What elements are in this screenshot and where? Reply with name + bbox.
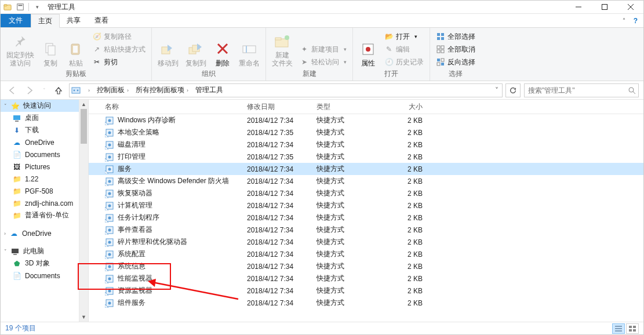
col-name[interactable]: 名称 bbox=[101, 102, 243, 112]
nav-documents-qa[interactable]: 📄Documents bbox=[1, 148, 88, 161]
svg-rect-28 bbox=[437, 46, 440, 49]
list-item[interactable]: 任务计划程序2018/4/12 7:34快捷方式2 KB bbox=[89, 212, 643, 224]
invert-selection-button[interactable]: 反向选择 bbox=[434, 56, 478, 68]
nav-recent-button[interactable]: ˅ bbox=[40, 83, 48, 97]
nav-onedrive-root[interactable]: ›☁OneDrive bbox=[1, 227, 88, 239]
nav-back-button[interactable] bbox=[5, 83, 19, 97]
list-item[interactable]: 恢复驱动器2018/4/12 7:34快捷方式2 KB bbox=[89, 187, 643, 199]
crumb-root-chevron[interactable]: › bbox=[82, 84, 93, 97]
minimize-button[interactable] bbox=[565, 1, 591, 13]
nav-quick-access[interactable]: ˅ ⭐ 快速访问 bbox=[1, 100, 88, 112]
delete-button[interactable]: 删除 bbox=[211, 30, 234, 68]
ribbon-collapse-icon[interactable]: ˄ bbox=[623, 17, 625, 24]
nav-up-button[interactable] bbox=[52, 83, 66, 97]
select-all-button[interactable]: 全部选择 bbox=[434, 31, 478, 42]
svg-rect-44 bbox=[13, 254, 17, 255]
cut-button[interactable]: ✂剪切 bbox=[90, 56, 148, 68]
list-item[interactable]: Windows 内存诊断2018/4/12 7:34快捷方式2 KB bbox=[89, 114, 643, 126]
list-item[interactable]: 碎片整理和优化驱动器2018/4/12 7:34快捷方式2 KB bbox=[89, 236, 643, 248]
nav-scrollbar[interactable]: ▲ ▼ bbox=[79, 100, 88, 322]
paste-button[interactable]: 粘贴 bbox=[64, 30, 88, 68]
nav-folder-pgf508[interactable]: 📁PGF-508 bbox=[1, 185, 88, 197]
list-item[interactable]: 本地安全策略2018/4/12 7:35快捷方式2 KB bbox=[89, 126, 643, 139]
qat-dropdown-icon[interactable]: ▾ bbox=[32, 2, 42, 12]
copy-path-button[interactable]: 🧭复制路径 bbox=[90, 31, 148, 42]
open-button[interactable]: 📂打开▾ bbox=[382, 31, 426, 42]
help-icon[interactable]: ? bbox=[634, 17, 638, 25]
svg-rect-99 bbox=[633, 329, 636, 332]
item-type: 快捷方式 bbox=[313, 164, 377, 174]
nav-folder-122[interactable]: 📁1.22 bbox=[1, 173, 88, 185]
tab-view[interactable]: 查看 bbox=[88, 14, 115, 27]
paste-shortcut-button[interactable]: ↗粘贴快捷方式 bbox=[90, 43, 148, 55]
list-item[interactable]: 计算机管理2018/4/12 7:34快捷方式2 KB bbox=[89, 199, 643, 212]
nav-documents-pc[interactable]: 📄Documents bbox=[1, 270, 88, 282]
edit-button[interactable]: ✎编辑 bbox=[382, 43, 426, 55]
nav-onedrive-qa[interactable]: ☁OneDrive bbox=[1, 136, 88, 148]
copy-to-button[interactable]: 复制到 bbox=[183, 30, 209, 68]
scroll-thumb[interactable] bbox=[81, 109, 87, 144]
close-button[interactable] bbox=[617, 1, 643, 13]
crumb-admin-tools[interactable]: 管理工具 bbox=[192, 84, 227, 97]
list-item[interactable]: 打印管理2018/4/12 7:35快捷方式2 KB bbox=[89, 151, 643, 163]
properties-button[interactable]: 属性 bbox=[356, 30, 380, 68]
item-name: 系统信息 bbox=[118, 261, 240, 271]
col-date[interactable]: 修改日期 bbox=[243, 102, 313, 112]
nav-folder-ptsf[interactable]: 📁普通省份-单位 bbox=[1, 209, 88, 221]
scroll-down-icon[interactable]: ▼ bbox=[79, 312, 88, 322]
search-input[interactable] bbox=[527, 86, 628, 95]
list-item[interactable]: 性能监视器2018/4/12 7:34快捷方式2 KB bbox=[89, 272, 643, 285]
list-item[interactable]: 系统配置2018/4/12 7:34快捷方式2 KB bbox=[89, 248, 643, 260]
item-size: 2 KB bbox=[377, 226, 426, 234]
tab-home[interactable]: 主页 bbox=[31, 14, 60, 28]
item-name: 资源监视器 bbox=[118, 286, 240, 296]
move-to-button[interactable]: 移动到 bbox=[155, 30, 181, 68]
properties-qat-icon[interactable] bbox=[16, 2, 25, 12]
search-icon[interactable] bbox=[628, 86, 636, 94]
ribbon-body: 固定到快 速访问 复制 粘贴 🧭复制路径 ↗粘贴快捷方式 ✂剪切 剪贴板 移动到 bbox=[1, 28, 643, 81]
col-type[interactable]: 类型 bbox=[313, 102, 377, 112]
list-item[interactable]: 磁盘清理2018/4/12 7:34快捷方式2 KB bbox=[89, 139, 643, 151]
history-button[interactable]: 🕘历史记录 bbox=[382, 56, 426, 68]
maximize-button[interactable] bbox=[591, 1, 617, 13]
crumb-control-panel[interactable]: 控制面板› bbox=[93, 84, 132, 97]
easy-access-button[interactable]: ➤轻松访问▾ bbox=[297, 56, 349, 68]
breadcrumb-dropdown-icon[interactable]: ˅ bbox=[492, 86, 502, 94]
item-name: 高级安全 Windows Defender 防火墙 bbox=[118, 176, 240, 186]
tab-file[interactable]: 文件 bbox=[1, 14, 31, 27]
new-item-button[interactable]: ✦新建项目▾ bbox=[297, 43, 349, 55]
list-item[interactable]: 高级安全 Windows Defender 防火墙2018/4/12 7:34快… bbox=[89, 175, 643, 187]
item-type: 快捷方式 bbox=[313, 274, 377, 283]
list-item[interactable]: 系统信息2018/4/12 7:34快捷方式2 KB bbox=[89, 260, 643, 272]
select-none-button[interactable]: 全部取消 bbox=[434, 43, 478, 55]
list-item[interactable]: 服务2018/4/12 7:34快捷方式2 KB bbox=[89, 163, 643, 175]
window-title: 管理工具 bbox=[48, 2, 75, 12]
new-folder-button[interactable]: 新建 文件夹 bbox=[270, 30, 295, 68]
nav-desktop[interactable]: 桌面 bbox=[1, 112, 88, 124]
nav-downloads[interactable]: ⬇下载 bbox=[1, 124, 88, 136]
nav-this-pc[interactable]: ˅此电脑 bbox=[1, 245, 88, 257]
crumb-all-items[interactable]: 所有控制面板项› bbox=[132, 84, 192, 97]
pin-quick-access-button[interactable]: 固定到快 速访问 bbox=[4, 30, 37, 68]
rename-button[interactable]: 重命名 bbox=[237, 30, 262, 68]
breadcrumb[interactable]: › 控制面板› 所有控制面板项› 管理工具 ˅ bbox=[69, 83, 503, 97]
download-icon: ⬇ bbox=[12, 126, 21, 135]
list-item[interactable]: 资源监视器2018/4/12 7:34快捷方式2 KB bbox=[89, 285, 643, 297]
nav-folder-zndlj[interactable]: 📁zndlj-china.com bbox=[1, 197, 88, 209]
item-size: 2 KB bbox=[377, 190, 426, 198]
nav-pictures[interactable]: 🖼Pictures bbox=[1, 161, 88, 173]
list-item[interactable]: 组件服务2018/4/12 7:34快捷方式2 KB bbox=[89, 297, 643, 309]
tab-share[interactable]: 共享 bbox=[60, 14, 88, 27]
search-box[interactable] bbox=[524, 83, 639, 97]
nav-forward-button[interactable] bbox=[23, 83, 37, 97]
nav-3d-objects[interactable]: ⬟3D 对象 bbox=[1, 257, 88, 270]
list-item[interactable]: 事件查看器2018/4/12 7:34快捷方式2 KB bbox=[89, 224, 643, 236]
shortcut-file-icon bbox=[105, 116, 114, 125]
scroll-up-icon[interactable]: ▲ bbox=[79, 100, 88, 109]
copy-button[interactable]: 复制 bbox=[39, 30, 62, 68]
view-details-button[interactable] bbox=[612, 323, 625, 334]
refresh-button[interactable] bbox=[505, 83, 521, 97]
ribbon-group-clipboard: 固定到快 速访问 复制 粘贴 🧭复制路径 ↗粘贴快捷方式 ✂剪切 剪贴板 bbox=[1, 28, 152, 81]
col-size[interactable]: 大小 bbox=[377, 102, 426, 112]
view-thumbnails-button[interactable] bbox=[626, 323, 639, 334]
